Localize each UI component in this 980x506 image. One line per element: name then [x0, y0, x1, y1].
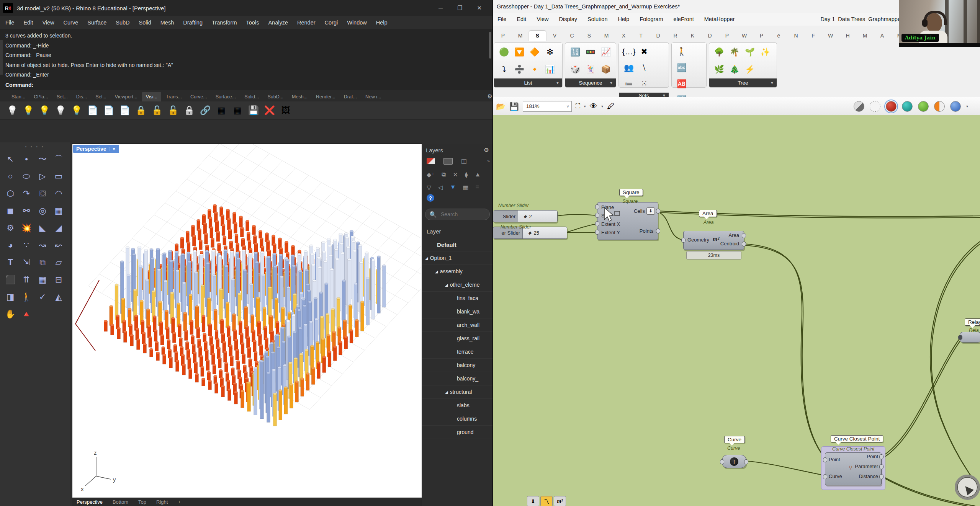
layer-expand-icon[interactable]: ◢ [425, 256, 428, 260]
solid-tool[interactable]: ⬛ [2, 271, 18, 288]
category-tab[interactable]: N [787, 33, 805, 41]
input-curve[interactable]: Curve [829, 473, 842, 479]
Default[interactable]: Default [422, 238, 493, 251]
units-widget-button[interactable]: m² [554, 496, 566, 506]
tab-render-tools[interactable]: Render... [312, 92, 339, 101]
category-tab[interactable]: D [650, 33, 667, 41]
layer-expand-icon[interactable]: ◢ [445, 283, 448, 287]
text-tool[interactable]: 𝐓 [2, 254, 18, 271]
category-tab[interactable]: M [856, 33, 874, 41]
area-component[interactable]: Geometry m² Area Centroid [683, 231, 744, 250]
grab-tool[interactable]: ✋ [2, 305, 18, 323]
menu-item[interactable]: Fologram [640, 16, 663, 22]
category-tab[interactable]: X [615, 33, 632, 41]
structural[interactable]: ◢ structural [422, 385, 493, 399]
partition-list-icon[interactable]: ➗ [512, 61, 527, 77]
extrude-up-tool[interactable]: ⇈ [18, 271, 34, 288]
split-preview-icon[interactable] [934, 101, 945, 112]
menu-item[interactable]: Help [618, 16, 630, 22]
lock-link-icon[interactable]: 🔗 [199, 105, 211, 116]
search-input[interactable] [440, 211, 488, 218]
hide-in-detail-icon[interactable]: 📄 [87, 105, 99, 116]
torus-tool[interactable]: ◎ [34, 202, 51, 219]
output-parameter[interactable]: Parameter [855, 464, 878, 469]
menu-item[interactable]: Analyze [268, 20, 288, 26]
input-nub[interactable] [681, 238, 686, 243]
move-layer-down-icon[interactable]: ▽ [427, 184, 431, 191]
profiler-widget-button[interactable]: 〽 [540, 496, 553, 506]
tab-viewport-layout[interactable]: Viewport... [111, 92, 141, 101]
menu-item[interactable]: File [5, 20, 14, 26]
output-nub[interactable] [744, 459, 748, 464]
input-nub[interactable] [720, 459, 724, 464]
unlock-selected-icon[interactable]: 🔓 [167, 105, 179, 116]
download-arrow-icon[interactable]: ⬇ [646, 207, 655, 215]
tab-solid-tools[interactable]: Solid... [241, 92, 263, 101]
menu-item[interactable]: MetaHopper [704, 16, 735, 22]
explode-tree-icon[interactable]: ✨ [757, 44, 773, 60]
menu-item[interactable]: eleFront [674, 16, 694, 22]
number-slider[interactable]: Slider ◆2 [493, 210, 558, 222]
sort-list-icon[interactable]: 🔽 [512, 44, 527, 60]
box-tool[interactable]: ◼ [2, 202, 18, 219]
sub-set-icon[interactable]: ≔ [621, 76, 636, 92]
show-in-detail-icon[interactable]: 📄 [103, 105, 115, 116]
explode-tool[interactable]: 💥 [18, 219, 34, 237]
list-item-icon[interactable]: 🟢 [496, 44, 512, 60]
patch-tool[interactable]: ▦ [51, 202, 67, 219]
menu-item[interactable]: Drafting [183, 20, 203, 26]
select-tool[interactable]: ↖ [2, 150, 18, 168]
input-nub[interactable] [823, 474, 827, 479]
path-mapper-icon[interactable]: ⚡ [742, 61, 757, 77]
sidebar-drag-handle[interactable]: • • • • [0, 142, 70, 150]
chevron-down-icon[interactable]: ▾ [601, 104, 603, 108]
output-nub[interactable] [742, 242, 746, 246]
chevron-down-icon[interactable]: ▾ [584, 104, 586, 108]
hide-objects-icon[interactable]: 💡 [6, 105, 18, 116]
point-tool[interactable]: • [18, 150, 34, 168]
other_eleme[interactable]: ◢ other_eleme [422, 278, 493, 292]
surface-curve-tool[interactable]: ◠ [51, 185, 67, 202]
curve-tool[interactable]: 〜 [34, 150, 51, 168]
menu-item[interactable]: Tools [246, 20, 259, 26]
pyramid-tool[interactable]: 🔺 [18, 305, 34, 323]
canvas-compass-widget[interactable] [955, 475, 980, 500]
category-tab[interactable]: T [632, 33, 650, 41]
tab-surface-tools[interactable]: Surface... [212, 92, 240, 101]
category-tab[interactable]: W [822, 33, 839, 41]
tab-subd-tools[interactable]: SubD... [263, 92, 287, 101]
cull-pattern-icon[interactable]: 📦 [598, 61, 614, 77]
menu-item[interactable]: View [42, 20, 54, 26]
menu-item[interactable]: Edit [23, 20, 33, 26]
show-objects-icon[interactable]: 💡 [22, 105, 34, 116]
boolean-tool[interactable]: ⚙ [2, 219, 18, 237]
viewport-tab-right[interactable]: Right [156, 499, 168, 505]
category-tab[interactable]: H [839, 33, 856, 41]
curve-param-component[interactable]: ʃ [722, 455, 746, 468]
input-extent-y[interactable]: Extent Y [601, 230, 620, 235]
green-preview-icon[interactable] [918, 101, 929, 112]
weave-icon[interactable]: ❇ [542, 44, 558, 60]
open-file-icon[interactable]: 📂 [496, 102, 506, 111]
tab-curve-tools[interactable]: Curve... [187, 92, 211, 101]
shaded-preview-icon[interactable] [886, 101, 897, 112]
input-nub[interactable] [595, 213, 599, 218]
graft-tree-icon[interactable]: 🌴 [727, 44, 742, 60]
layer-filter-icon[interactable]: ▼ [450, 184, 456, 191]
member-index-icon[interactable]: ⧹ [636, 60, 652, 76]
menu-item[interactable]: Surface [87, 20, 106, 26]
grid-array-tool[interactable]: ▦ [34, 271, 51, 288]
insert-items-icon[interactable]: ⤵ [496, 61, 512, 77]
viewport-tab-top[interactable]: Top [138, 499, 146, 505]
create-set-icon[interactable]: {…} [621, 44, 636, 60]
output-nub[interactable] [879, 454, 883, 459]
output-cells[interactable]: Cells [634, 208, 645, 214]
output-nub[interactable] [742, 233, 746, 238]
unlock-objects-icon[interactable]: 🔓 [151, 105, 163, 116]
command-panel-grip[interactable] [0, 40, 3, 75]
circle-tool[interactable]: ○ [2, 168, 18, 185]
scale-tool[interactable]: ⇲ [18, 254, 34, 271]
menu-item[interactable]: Curve [64, 20, 79, 26]
item-index-icon[interactable]: 📊 [542, 61, 558, 77]
menu-item[interactable]: Solution [587, 16, 607, 22]
